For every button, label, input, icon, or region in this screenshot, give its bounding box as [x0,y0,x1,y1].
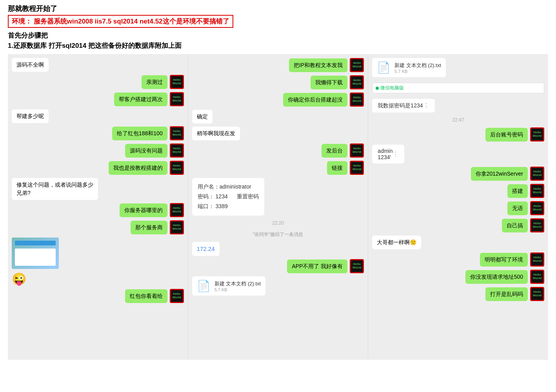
wechat-badge: 微信电脑版 [372,83,544,93]
avatar: HelloWorld [350,161,364,175]
bubble: 修复这个问题，或者说问题多少兄弟? [12,178,98,200]
list-item: 172.24 [192,242,364,256]
list-item: HelloWorld 我懒得下载 [192,75,364,89]
password-text: 我数据密码是1234 [378,102,423,109]
list-item: 帮建多少呢 [12,109,184,123]
file-icon: 📄 [377,61,391,74]
bubble: 帮建多少呢 [12,109,49,123]
avatar: HelloWorld [170,92,184,106]
bubble: 大哥都一样啊🙁 [372,236,421,249]
list-item: HelloWorld 打开是乱码吗 [372,287,544,301]
header-line3: 首先分步骤把 [8,31,548,40]
file-name: 新建 文本文档 (2).txt [394,62,441,69]
bubble: 帮客户搭建过两次 [114,93,167,106]
list-item: HelloWorld 红包你看着给 [12,289,184,303]
info-bubble: 用户名：administrator 密码： 1234 重置密码 端口： 3389 [192,178,264,216]
avatar: HelloWorld [530,167,544,181]
list-item: HelloWorld 后台账号密码 [372,127,544,142]
bubble: 搭建 [507,184,528,198]
bubble: 确定 [192,110,213,123]
header-line2: 环境： 服务器系统win2008 iis7.5 sql2014 net4.52这… [8,15,233,28]
list-item: HelloWorld 无语 [372,201,544,215]
list-item: HelloWorld 自己搞 [372,218,544,232]
bubble: 172.24 [192,242,220,256]
wechat-dot [376,87,379,90]
more-icon: ⋮ [392,151,399,158]
file-size: 5.7 KB [394,69,441,74]
list-item: 稍等啊我现在发 [192,127,364,140]
timestamp: 22:20 [192,220,364,226]
bubble: 源码没有问题 [125,144,167,158]
bubble: 你拿2012winServer [471,167,528,181]
bubble: 我懒得下载 [311,76,347,89]
avatar: HelloWorld [170,161,184,175]
bubble: 打开是乱码吗 [485,287,528,301]
list-item: HelloWorld 我也是按教程搭建的 [12,161,184,175]
page: 那就教程开始了 环境： 服务器系统win2008 iis7.5 sql2014 … [0,0,556,392]
wechat-badge-row: 微信电脑版 [372,83,544,93]
avatar: HelloWorld [170,143,184,158]
admin-pass: 1234' [378,154,392,160]
avatar: HelloWorld [170,126,184,140]
file-bubble: 📄 新建 文本文档 (2).txt 5.7 KB [372,58,445,77]
avatar: HelloWorld [170,289,184,303]
list-item: 修复这个问题，或者说问题多少兄弟? [12,178,184,200]
avatar: HelloWorld [530,287,544,301]
list-item: admin 1234' ⋮ [372,145,544,163]
list-item: 📄 新建 文本文档 (2).txt 5.7 KB [192,276,364,296]
avatar: HelloWorld [530,201,544,215]
file-name: 新建 文本文档 (2).txt [214,280,261,287]
list-item: 确定 [192,110,364,123]
avatar: HelloWorld [170,75,184,89]
list-item: 📄 新建 文本文档 (2).txt 5.7 KB [372,58,544,77]
bubble: 你没发现请求地址500 [465,270,528,284]
admin-user: admin [378,148,392,154]
bubble: 你确定你后台搭建起没 [283,93,347,107]
bubble: 我也是按教程搭建的 [109,161,167,175]
list-item: HelloWorld 明明都写了环境 [372,252,544,267]
list-item: 用户名：administrator 密码： 1234 重置密码 端口： 3389 [192,178,364,216]
list-item: HelloWorld 你服务器哪里的 [12,203,184,217]
wechat-label: 微信电脑版 [380,85,404,91]
avatar: HelloWorld [350,143,364,158]
list-item [12,238,184,269]
avatar: HelloWorld [530,127,544,142]
bubble: 把IP和教程文本发我 [289,58,347,72]
list-item: HelloWorld APP不用了 我好像有 [192,259,364,273]
avatar: HelloWorld [530,184,544,198]
file-bubble: 📄 新建 文本文档 (2).txt 5.7 KB [192,276,265,296]
bubble: 亲测过 [142,75,167,89]
list-item: HelloWorld 把IP和教程文本发我 [192,58,364,72]
retract-message: "依同学"撤回了一条消息 [192,231,364,238]
bubble: 无语 [507,201,528,215]
bubble: 源码不全啊 [12,58,49,72]
bubble: APP不用了 我好像有 [287,260,347,273]
bubble: 发后台 [322,144,347,158]
list-item: 源码不全啊 [12,58,184,72]
file-size: 5.7 KB [214,287,261,292]
more-icon: ⋮ [423,102,429,109]
chat-column-3: 📄 新建 文本文档 (2).txt 5.7 KB 微信电脑版 我数据密码是123… [368,54,548,360]
list-item: HelloWorld 发后台 [192,143,364,158]
bubble: 红包你看着给 [125,289,167,303]
bubble: 链接 [327,161,347,175]
list-item: HelloWorld 帮客户搭建过两次 [12,92,184,106]
avatar: HelloWorld [530,252,544,267]
avatar: HelloWorld [350,75,364,89]
list-item: HelloWorld 链接 [192,161,364,175]
bubble: 你服务器哪里的 [120,203,167,217]
header-line1: 那就教程开始了 [8,4,548,13]
emoji: 😜 [12,272,26,286]
screenshot-thumbnail [12,238,59,269]
avatar: HelloWorld [350,58,364,72]
avatar: HelloWorld [350,259,364,273]
bubble: 给了红包188和100 [112,127,167,140]
list-item: HelloWorld 你拿2012winServer [372,167,544,181]
avatar: HelloWorld [170,220,184,234]
list-item: HelloWorld 你确定你后台搭建起没 [192,93,364,107]
password-bubble: 我数据密码是1234 ⋮ [372,99,434,113]
bubble: 稍等啊我现在发 [192,127,240,140]
admin-bubble: admin 1234' ⋮ [372,145,404,163]
list-item: HelloWorld 源码没有问题 [12,143,184,158]
avatar: HelloWorld [170,203,184,217]
